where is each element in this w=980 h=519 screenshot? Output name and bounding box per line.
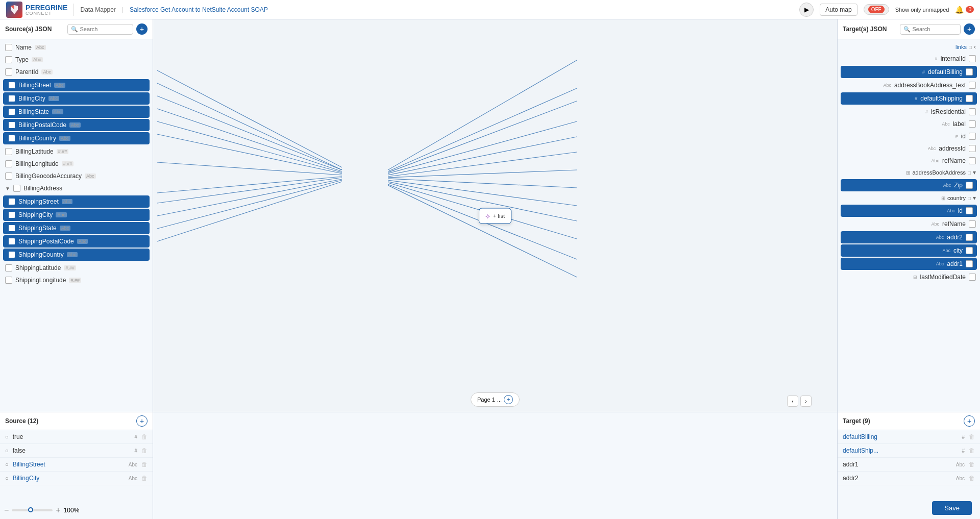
field-item-billinglatitude[interactable]: BillingLatitude #.##: [0, 145, 153, 158]
field-icon: [5, 160, 12, 167]
country-collapse-button[interactable]: ▾: [973, 194, 976, 202]
target-field-lastmodifieddate[interactable]: ⊞ lastModifiedDate: [838, 271, 980, 283]
source-bottom-add-button[interactable]: +: [136, 415, 148, 427]
field-item-billinglongitude[interactable]: BillingLongitude #.##: [0, 158, 153, 170]
canvas[interactable]: ⟡ + list ‹ › Page 1 ... +: [153, 19, 837, 412]
zoom-minus-button[interactable]: −: [4, 506, 9, 515]
add-page-button[interactable]: +: [504, 395, 513, 404]
country-section-icon: ⊞: [941, 195, 945, 201]
type-badge: Abc: [54, 83, 65, 88]
svg-line-3: [157, 109, 342, 171]
target-field-addr2[interactable]: Abc addr2: [841, 231, 977, 243]
source-search-input[interactable]: [80, 26, 130, 32]
field-item-billingcity[interactable]: BillingCity Abc: [3, 92, 150, 105]
section-label: addressBookAddress: [912, 169, 966, 176]
field-name: ShippingCity: [18, 211, 53, 218]
save-button[interactable]: Save: [932, 501, 972, 515]
target-field-addr1[interactable]: Abc addr1: [841, 258, 977, 270]
bottom-target-item-defaultship[interactable]: defaultShip... # 🗑: [838, 444, 980, 458]
field-item-shippingpostalcode[interactable]: ShippingPostalCode Abc: [3, 235, 150, 248]
delete-button[interactable]: 🗑: [141, 475, 148, 482]
zoom-slider[interactable]: [12, 509, 53, 511]
field-item-shippingstreet[interactable]: ShippingStreet Abc: [3, 195, 150, 208]
field-item-shippinglongitude[interactable]: ShippingLongitude #.##: [0, 274, 153, 286]
item-name: addr1: [843, 461, 952, 468]
delete-button[interactable]: 🗑: [969, 433, 975, 440]
field-item-billinggeocodeaccuracy[interactable]: BillingGeocodeAccuracy Abc: [0, 170, 153, 182]
target-field-id2[interactable]: Abc id: [841, 205, 977, 217]
field-item-billingaddress[interactable]: ▼ BillingAddress: [0, 182, 153, 194]
delete-button[interactable]: 🗑: [141, 461, 148, 468]
automap-toggle[interactable]: OFF: [864, 4, 889, 15]
field-name: Name: [15, 44, 32, 51]
field-item-shippinglatitude[interactable]: ShippingLatitude #.##: [0, 262, 153, 274]
field-item-shippingcity[interactable]: ShippingCity Abc: [3, 209, 150, 221]
field-item-billingstate[interactable]: BillingState Abc: [3, 106, 150, 118]
type-badge: Abc: [48, 96, 60, 101]
target-add-button[interactable]: +: [964, 23, 975, 35]
delete-button[interactable]: 🗑: [969, 461, 975, 468]
target-search-input[interactable]: [913, 26, 958, 32]
bottom-source-item-billingcity[interactable]: ○ BillingCity Abc 🗑: [0, 472, 153, 485]
bottom-target-item-defaultbilling[interactable]: defaultBilling # 🗑: [838, 430, 980, 444]
target-field-internalid[interactable]: # internalId: [838, 53, 980, 65]
header-right: ▶ Auto map OFF Show only unmapped 🔔 0: [799, 3, 974, 17]
play-button[interactable]: ▶: [799, 3, 814, 17]
field-item-billingcountry[interactable]: BillingCountry Abc: [3, 132, 150, 144]
section-collapse-button[interactable]: ▾: [973, 169, 976, 176]
delete-button[interactable]: 🗑: [141, 433, 148, 440]
target-field-addressbookaddresstext[interactable]: Abc addressBookAddress_text: [838, 79, 980, 91]
canvas-nav-left-button[interactable]: ‹: [787, 396, 798, 407]
field-item-type[interactable]: Type Abc: [0, 54, 153, 66]
collapse-button[interactable]: ‹: [974, 43, 976, 51]
field-item-name[interactable]: Name Abc: [0, 41, 153, 54]
type-badge: Abc: [931, 158, 939, 163]
page-label: Page 1: [477, 397, 495, 403]
delete-button[interactable]: 🗑: [141, 447, 148, 454]
source-add-button[interactable]: +: [136, 23, 148, 35]
target-field-defaultshipping[interactable]: # defaultShipping: [841, 92, 977, 105]
target-field-id[interactable]: # id: [838, 130, 980, 142]
central-node-label: + list: [493, 213, 505, 219]
target-section-country[interactable]: ⊞ country □ ▾: [838, 192, 980, 204]
field-item-parentid[interactable]: ParentId Abc: [0, 66, 153, 78]
target-search-box[interactable]: 🔍: [900, 24, 961, 35]
type-badge: Abc: [931, 221, 939, 227]
field-icon: [966, 260, 973, 267]
target-field-refname2[interactable]: Abc refName: [838, 218, 980, 230]
field-item-shippingstate[interactable]: ShippingState Abc: [3, 222, 150, 234]
target-field-city[interactable]: Abc city: [841, 244, 977, 257]
canvas-nav-right-button[interactable]: ›: [800, 396, 812, 407]
central-node[interactable]: ⟡ + list: [479, 208, 511, 224]
source-bottom-panel: Source (12) + ○ true # 🗑 ○ false # 🗑 ○ B…: [0, 412, 153, 519]
target-field-defaultbilling[interactable]: # defaultBilling: [841, 66, 977, 78]
field-item-billingpostalcode[interactable]: BillingPostalCode Abc: [3, 119, 150, 131]
target-field-label[interactable]: Abc label: [838, 118, 980, 130]
bottom-target-item-addr2[interactable]: addr2 Abc 🗑: [838, 472, 980, 485]
field-item-shippingcountry[interactable]: ShippingCountry Abc: [3, 249, 150, 261]
item-name: defaultBilling: [843, 433, 958, 440]
bottom-target-item-addr1[interactable]: addr1 Abc 🗑: [838, 458, 980, 472]
field-name: BillingLatitude: [15, 148, 54, 155]
bottom-source-item-billingstreet[interactable]: ○ BillingStreet Abc 🗑: [0, 458, 153, 472]
target-field-refname[interactable]: Abc refName: [838, 155, 980, 167]
bottom-source-item-false[interactable]: ○ false # 🗑: [0, 444, 153, 458]
svg-line-9: [157, 179, 342, 216]
zoom-plus-button[interactable]: +: [56, 506, 60, 515]
target-field-addressid[interactable]: Abc addressId: [838, 142, 980, 155]
delete-button[interactable]: 🗑: [969, 475, 975, 482]
target-section-addressbookaddress[interactable]: ⊞ addressBookAddress □ ▾: [838, 167, 980, 178]
source-search-box[interactable]: 🔍: [67, 24, 134, 35]
target-field-links[interactable]: links □ ‹: [838, 41, 980, 53]
field-name: label: [953, 120, 966, 128]
field-icon: [8, 82, 15, 89]
automap-button[interactable]: Auto map: [820, 4, 857, 16]
target-field-isresidential[interactable]: # isResidential: [838, 106, 980, 118]
field-item-billingstreet[interactable]: BillingStreet Abc: [3, 79, 150, 91]
bottom-source-item-true[interactable]: ○ true # 🗑: [0, 430, 153, 444]
field-name: BillingStreet: [18, 82, 51, 89]
bell-icon[interactable]: 🔔: [955, 6, 964, 14]
delete-button[interactable]: 🗑: [969, 447, 975, 454]
target-bottom-add-button[interactable]: +: [964, 415, 975, 427]
target-field-zip[interactable]: Abc Zip: [841, 179, 977, 191]
